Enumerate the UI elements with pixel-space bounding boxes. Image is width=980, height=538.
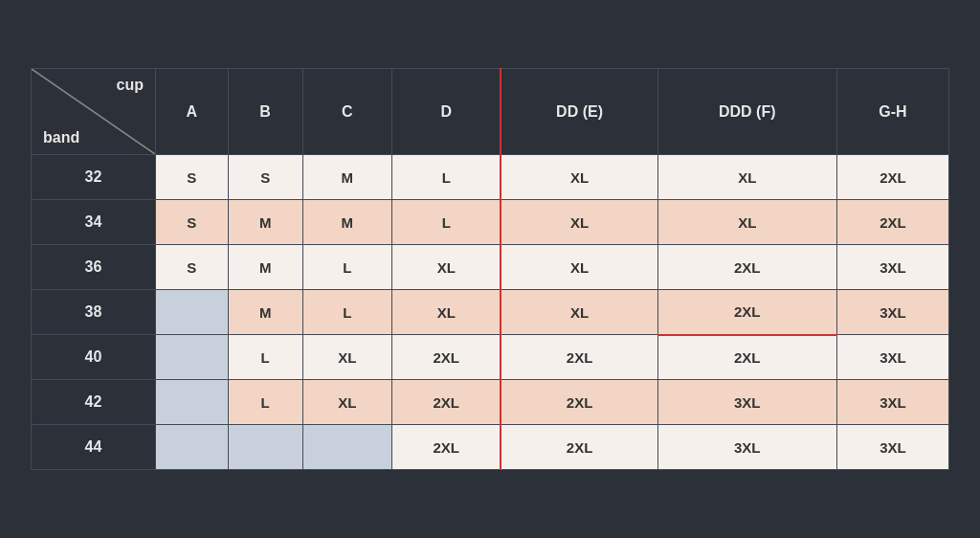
cell-row34-col1: M [228, 200, 302, 245]
col-header-d: D [392, 69, 501, 155]
band-label-40: 40 [32, 335, 156, 380]
cell-row34-col6: 2XL [836, 200, 948, 245]
cell-row40-col6: 3XL [836, 335, 948, 380]
cell-row34-col0: S [156, 200, 229, 245]
cell-row32-col2: M [302, 155, 391, 200]
cell-row32-col3: L [392, 155, 501, 200]
cell-row36-col5: 2XL [657, 245, 836, 290]
cell-row36-col1: M [228, 245, 302, 290]
cell-row42-col3: 2XL [392, 380, 501, 425]
band-label-38: 38 [32, 290, 156, 335]
cup-label: cup [117, 77, 144, 94]
corner-header: cup band [32, 69, 156, 155]
cell-row32-col5: XL [657, 155, 836, 200]
cell-row42-col0 [156, 380, 229, 425]
cell-row38-col2: L [302, 290, 391, 335]
cell-row42-col2: XL [302, 380, 391, 425]
cell-row32-col0: S [156, 155, 229, 200]
cell-row38-col3: XL [392, 290, 501, 335]
col-header-dddf: DDD (F) [657, 69, 836, 155]
cell-row40-col3: 2XL [392, 335, 501, 380]
cell-row42-col5: 3XL [657, 380, 836, 425]
band-label-36: 36 [32, 245, 156, 290]
cell-row36-col3: XL [392, 245, 501, 290]
cell-row36-col6: 3XL [836, 245, 948, 290]
cell-row32-col6: 2XL [836, 155, 948, 200]
band-label: band [43, 129, 79, 146]
band-label-34: 34 [32, 200, 156, 245]
cell-row44-col6: 3XL [836, 425, 948, 470]
cell-row32-col1: S [228, 155, 302, 200]
col-header-gh: G-H [836, 69, 948, 155]
table-row: 32SSMLXLXL2XL [32, 155, 949, 200]
col-header-c: C [302, 69, 391, 155]
cell-row36-col4: XL [501, 245, 657, 290]
table-row: 42LXL2XL2XL3XL3XL [32, 380, 949, 425]
cell-row36-col0: S [156, 245, 229, 290]
cell-row42-col1: L [228, 380, 302, 425]
cell-row34-col3: L [392, 200, 501, 245]
band-label-32: 32 [32, 155, 156, 200]
band-label-44: 44 [32, 425, 156, 470]
table-row: 442XL2XL3XL3XL [32, 425, 949, 470]
cell-row44-col4: 2XL [501, 425, 657, 470]
cell-row40-col5: 2XL [657, 335, 836, 380]
cell-row38-col1: M [228, 290, 302, 335]
col-header-dde: DD (E) [501, 69, 657, 155]
cell-row32-col4: XL [501, 155, 657, 200]
cell-row36-col2: L [302, 245, 391, 290]
cell-row34-col2: M [302, 200, 391, 245]
col-header-a: A [156, 69, 229, 155]
size-chart-table: cup band A B C D DD (E) DDD (F) G-H 32SS… [31, 68, 949, 470]
cell-row40-col0 [156, 335, 229, 380]
table-row: 38MLXLXL2XL3XL [32, 290, 949, 335]
cell-row38-col6: 3XL [836, 290, 948, 335]
table-row: 40LXL2XL2XL2XL3XL [32, 335, 949, 380]
cell-row34-col4: XL [501, 200, 657, 245]
band-label-42: 42 [32, 380, 156, 425]
cell-row42-col4: 2XL [501, 380, 657, 425]
cell-row44-col5: 3XL [657, 425, 836, 470]
cell-row44-col3: 2XL [392, 425, 501, 470]
table-row: 36SMLXLXL2XL3XL [32, 245, 949, 290]
table-row: 34SMMLXLXL2XL [32, 200, 949, 245]
cell-row38-col5: 2XL [657, 290, 836, 335]
cell-row34-col5: XL [657, 200, 836, 245]
cell-row38-col4: XL [501, 290, 657, 335]
cell-row44-col1 [228, 425, 302, 470]
cell-row38-col0 [156, 290, 229, 335]
cell-row44-col2 [302, 425, 391, 470]
size-chart-wrapper: cup band A B C D DD (E) DDD (F) G-H 32SS… [2, 49, 978, 489]
cell-row44-col0 [156, 425, 229, 470]
cell-row40-col1: L [228, 335, 302, 380]
cell-row40-col4: 2XL [501, 335, 657, 380]
cell-row40-col2: XL [302, 335, 391, 380]
col-header-b: B [228, 69, 302, 155]
cell-row42-col6: 3XL [836, 380, 948, 425]
